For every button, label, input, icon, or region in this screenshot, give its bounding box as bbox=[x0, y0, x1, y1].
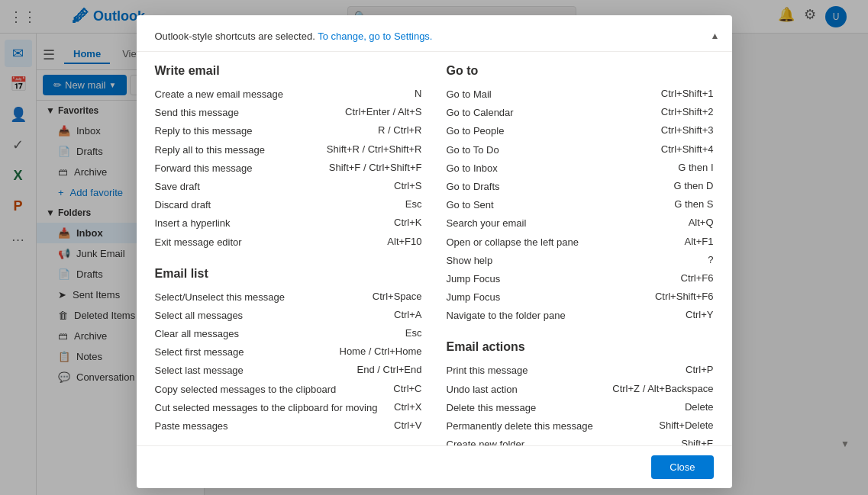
shortcut-row: Save draft Ctrl+S bbox=[155, 178, 422, 196]
shortcut-key: G then D bbox=[673, 180, 713, 191]
shortcut-row: Go to Calendar Ctrl+Shift+2 bbox=[447, 104, 714, 122]
shortcut-row: Select first message Home / Ctrl+Home bbox=[155, 343, 422, 362]
shortcut-desc: Go to Inbox bbox=[447, 162, 679, 175]
shortcut-row: Exit message editor Alt+F10 bbox=[155, 233, 422, 252]
shortcut-key: Alt+Q bbox=[689, 217, 714, 228]
shortcut-key: Ctrl+K bbox=[394, 217, 421, 228]
shortcut-key: Shift+E bbox=[681, 438, 713, 445]
modal-header-static-text: Outlook-style shortcuts are selected. bbox=[155, 31, 315, 42]
shortcut-key: Ctrl+S bbox=[394, 180, 421, 191]
shortcut-row: Clear all messages Esc bbox=[155, 325, 422, 343]
shortcut-desc: Select last message bbox=[155, 364, 357, 378]
go-to-section: Go to Go to Mail Ctrl+Shift+1 Go to Cale… bbox=[447, 64, 714, 325]
go-to-title: Go to bbox=[447, 64, 714, 78]
shortcut-key: Ctrl+Shift+F6 bbox=[655, 291, 714, 302]
shortcut-desc: Clear all messages bbox=[155, 327, 405, 341]
shortcut-key: Ctrl+Enter / Alt+S bbox=[345, 106, 421, 117]
shortcut-key: Ctrl+P bbox=[686, 364, 713, 375]
shortcut-desc: Go to To Do bbox=[447, 143, 661, 157]
shortcut-desc: Insert a hyperlink bbox=[155, 217, 395, 230]
shortcut-key: Ctrl+Space bbox=[373, 291, 422, 302]
modal-overlay: Outlook-style shortcuts are selected. To… bbox=[0, 0, 868, 495]
shortcut-row: Forward this message Shift+F / Ctrl+Shif… bbox=[155, 159, 422, 178]
shortcut-desc: Select all messages bbox=[155, 309, 395, 323]
shortcut-desc: Reply all to this message bbox=[155, 143, 327, 157]
shortcut-desc: Print this message bbox=[447, 364, 686, 378]
shortcut-row: Reply all to this message Shift+R / Ctrl… bbox=[155, 141, 422, 159]
shortcut-key: Ctrl+A bbox=[394, 309, 421, 320]
shortcut-key: Ctrl+C bbox=[393, 383, 421, 394]
shortcut-row: Undo last action Ctrl+Z / Alt+Backspace bbox=[447, 381, 714, 399]
shortcut-row: Select last message End / Ctrl+End bbox=[155, 362, 422, 380]
shortcut-row: Copy selected messages to the clipboard … bbox=[155, 381, 422, 399]
modal-body[interactable]: Write email Create a new email message N… bbox=[137, 52, 732, 445]
shortcut-row: Go to Sent G then S bbox=[447, 196, 714, 214]
close-button[interactable]: Close bbox=[651, 455, 713, 479]
shortcut-desc: Go to People bbox=[447, 124, 661, 138]
write-email-section: Write email Create a new email message N… bbox=[155, 64, 422, 252]
shortcut-row: Select/Unselect this message Ctrl+Space bbox=[155, 288, 422, 307]
shortcut-desc: Undo last action bbox=[447, 383, 613, 397]
shortcut-row: Open or collapse the left pane Alt+F1 bbox=[447, 233, 714, 252]
shortcut-key: Ctrl+X bbox=[394, 401, 421, 413]
modal-footer: ▼ Close bbox=[137, 445, 732, 488]
shortcut-desc: Go to Mail bbox=[447, 88, 661, 101]
shortcut-desc: Exit message editor bbox=[155, 236, 388, 249]
shortcut-desc: Go to Sent bbox=[447, 198, 675, 212]
shortcut-row: Cut selected messages to the clipboard f… bbox=[155, 399, 422, 417]
shortcut-row: Permanently delete this message Shift+De… bbox=[447, 417, 714, 436]
shortcut-key: End / Ctrl+End bbox=[357, 364, 422, 375]
shortcut-key: G then I bbox=[678, 162, 713, 173]
shortcut-desc: Create new folder bbox=[447, 438, 682, 445]
shortcut-row: Jump Focus Ctrl+Shift+F6 bbox=[447, 288, 714, 307]
email-list-title: Email list bbox=[155, 267, 422, 281]
shortcut-desc: Delete this message bbox=[447, 401, 685, 415]
shortcut-desc: Forward this message bbox=[155, 162, 329, 175]
shortcut-key: Shift+F / Ctrl+Shift+F bbox=[329, 162, 422, 173]
scroll-up-indicator[interactable]: ▲ bbox=[711, 31, 720, 41]
shortcut-row: Create new folder Shift+E bbox=[447, 436, 714, 445]
shortcut-desc: Permanently delete this message bbox=[447, 419, 660, 433]
shortcut-desc: Show help bbox=[447, 254, 708, 268]
left-column: Write email Create a new email message N… bbox=[155, 64, 422, 445]
shortcut-row: Create a new email message N bbox=[155, 85, 422, 104]
shortcut-row: Insert a hyperlink Ctrl+K bbox=[155, 214, 422, 233]
write-email-title: Write email bbox=[155, 64, 422, 78]
shortcut-desc: Select/Unselect this message bbox=[155, 291, 373, 304]
modal-header-text: Outlook-style shortcuts are selected. To… bbox=[155, 31, 714, 42]
shortcut-desc: Save draft bbox=[155, 180, 395, 194]
shortcut-row: Go to To Do Ctrl+Shift+4 bbox=[447, 141, 714, 159]
shortcut-key: Shift+R / Ctrl+Shift+R bbox=[327, 143, 422, 155]
shortcut-key: Esc bbox=[405, 327, 422, 339]
shortcut-row: Delete this message Delete bbox=[447, 399, 714, 417]
settings-link[interactable]: To change, go to Settings. bbox=[318, 31, 432, 42]
shortcut-key: N bbox=[415, 88, 421, 99]
shortcut-row: Reply to this message R / Ctrl+R bbox=[155, 122, 422, 140]
email-actions-section: Email actions Print this message Ctrl+P … bbox=[447, 340, 714, 445]
shortcut-row: Go to People Ctrl+Shift+3 bbox=[447, 122, 714, 140]
shortcut-desc: Paste messages bbox=[155, 419, 395, 433]
shortcut-desc: Navigate to the folder pane bbox=[447, 309, 686, 323]
shortcut-desc: Send this message bbox=[155, 106, 346, 120]
shortcut-key: Ctrl+F6 bbox=[681, 272, 714, 284]
shortcut-desc: Copy selected messages to the clipboard bbox=[155, 383, 394, 397]
shortcut-key: Home / Ctrl+Home bbox=[340, 346, 422, 357]
email-list-section: Email list Select/Unselect this message … bbox=[155, 267, 422, 436]
shortcut-key: Alt+F10 bbox=[387, 236, 421, 247]
shortcut-key: Esc bbox=[405, 198, 422, 210]
shortcut-key: ? bbox=[708, 254, 713, 265]
shortcut-desc: Go to Calendar bbox=[447, 106, 661, 120]
shortcut-desc: Select first message bbox=[155, 346, 340, 359]
right-column: Go to Go to Mail Ctrl+Shift+1 Go to Cale… bbox=[447, 64, 714, 445]
shortcut-key: Ctrl+Shift+1 bbox=[661, 88, 714, 99]
shortcut-row: Paste messages Ctrl+V bbox=[155, 417, 422, 436]
shortcut-row: Search your email Alt+Q bbox=[447, 214, 714, 233]
shortcut-desc: Open or collapse the left pane bbox=[447, 236, 685, 249]
shortcut-row: Discard draft Esc bbox=[155, 196, 422, 214]
modal-header: Outlook-style shortcuts are selected. To… bbox=[137, 15, 732, 52]
shortcut-desc: Reply to this message bbox=[155, 124, 379, 138]
shortcut-key: R / Ctrl+R bbox=[378, 124, 421, 136]
shortcut-key: Shift+Delete bbox=[659, 419, 713, 431]
shortcut-row: Select all messages Ctrl+A bbox=[155, 307, 422, 325]
shortcut-key: Ctrl+Z / Alt+Backspace bbox=[612, 383, 713, 394]
